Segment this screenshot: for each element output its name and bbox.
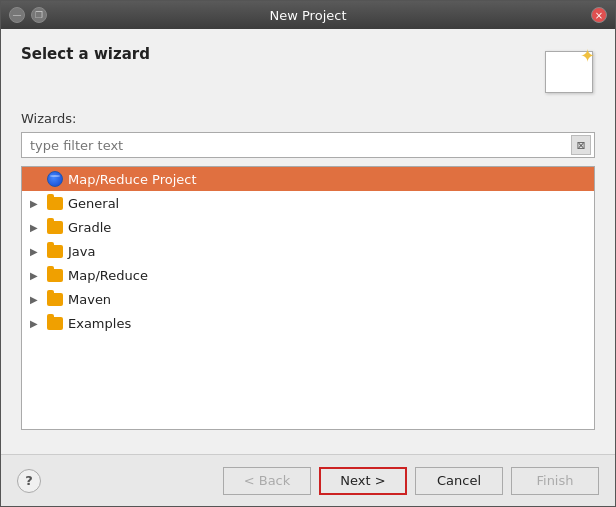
expand-arrow: ▶ — [30, 222, 44, 233]
help-button[interactable]: ? — [17, 469, 41, 493]
expand-arrow: ▶ — [30, 198, 44, 209]
folder-icon — [46, 267, 64, 283]
tree-item-label: Examples — [68, 316, 131, 331]
tree-item-label: Map/Reduce — [68, 268, 148, 283]
next-button[interactable]: Next > — [319, 467, 407, 495]
tree-list: Map/Reduce Project ▶ General ▶ Gradle ▶ — [21, 166, 595, 430]
filter-row: ⊠ — [21, 132, 595, 158]
filter-clear-button[interactable]: ⊠ — [571, 135, 591, 155]
folder-icon — [46, 243, 64, 259]
folder-icon — [46, 315, 64, 331]
title-bar: — ❐ New Project × — [1, 1, 615, 29]
cancel-button[interactable]: Cancel — [415, 467, 503, 495]
filter-input[interactable] — [22, 135, 571, 156]
wizard-star-icon: ✦ — [580, 45, 595, 66]
tree-item-map-reduce-project[interactable]: Map/Reduce Project — [22, 167, 594, 191]
tree-item-label: Map/Reduce Project — [68, 172, 197, 187]
tree-item-label: Java — [68, 244, 95, 259]
header-section: Select a wizard ✦ — [21, 45, 595, 97]
new-project-window: — ❐ New Project × Select a wizard ✦ Wiza… — [0, 0, 616, 507]
tree-item-maven[interactable]: ▶ Maven — [22, 287, 594, 311]
window-title: New Project — [270, 8, 347, 23]
expand-arrow: ▶ — [30, 270, 44, 281]
tree-item-java[interactable]: ▶ Java — [22, 239, 594, 263]
expand-arrow: ▶ — [30, 246, 44, 257]
close-button[interactable]: × — [591, 7, 607, 23]
restore-button[interactable]: ❐ — [31, 7, 47, 23]
folder-icon — [46, 219, 64, 235]
wizards-label: Wizards: — [21, 111, 595, 126]
globe-icon — [46, 171, 64, 187]
title-bar-buttons: × — [591, 7, 607, 23]
tree-item-examples[interactable]: ▶ Examples — [22, 311, 594, 335]
minimize-button[interactable]: — — [9, 7, 25, 23]
tree-item-gradle[interactable]: ▶ Gradle — [22, 215, 594, 239]
title-bar-left: — ❐ — [9, 7, 47, 23]
main-content: Select a wizard ✦ Wizards: ⊠ Map/Reduce … — [1, 29, 615, 454]
expand-arrow: ▶ — [30, 294, 44, 305]
back-button[interactable]: < Back — [223, 467, 311, 495]
folder-icon — [46, 195, 64, 211]
tree-item-label: General — [68, 196, 119, 211]
folder-icon — [46, 291, 64, 307]
tree-item-label: Gradle — [68, 220, 111, 235]
wizard-icon: ✦ — [543, 45, 595, 97]
tree-item-label: Maven — [68, 292, 111, 307]
button-bar: ? < Back Next > Cancel Finish — [1, 454, 615, 506]
finish-button[interactable]: Finish — [511, 467, 599, 495]
button-group: < Back Next > Cancel Finish — [223, 467, 599, 495]
tree-item-general[interactable]: ▶ General — [22, 191, 594, 215]
tree-item-map-reduce[interactable]: ▶ Map/Reduce — [22, 263, 594, 287]
page-title: Select a wizard — [21, 45, 150, 63]
expand-arrow: ▶ — [30, 318, 44, 329]
